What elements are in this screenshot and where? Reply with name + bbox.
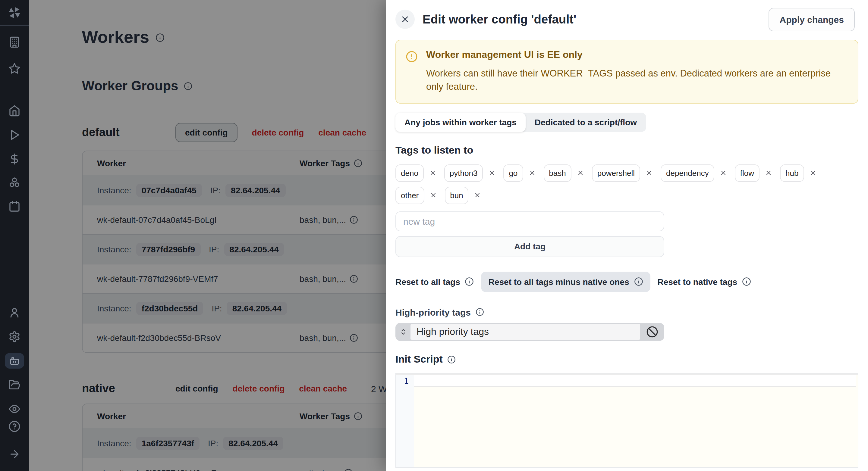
sidebar xyxy=(0,0,29,471)
sidebar-item-schedules[interactable] xyxy=(5,199,24,215)
editor-line-number: 1 xyxy=(396,375,414,467)
warning-title: Worker management UI is EE only xyxy=(426,49,848,60)
info-icon[interactable] xyxy=(634,277,643,287)
high-priority-placeholder[interactable]: High priority tags xyxy=(410,324,640,340)
tag-chip-group: bash xyxy=(544,164,584,182)
tags-heading: Tags to listen to xyxy=(396,144,473,157)
tag-chip: hub xyxy=(780,164,804,182)
tag-chip-group: hub xyxy=(780,164,816,182)
tag-chip: python3 xyxy=(444,164,483,182)
drawer-title: Edit worker config 'default' xyxy=(423,12,769,26)
editor-current-line[interactable] xyxy=(414,375,856,387)
tag-chip-group: bun xyxy=(444,187,481,204)
sidebar-item-help[interactable] xyxy=(5,417,24,436)
apply-changes-button[interactable]: Apply changes xyxy=(769,7,855,31)
edit-worker-config-drawer: Edit worker config 'default' Apply chang… xyxy=(386,0,868,471)
info-icon[interactable] xyxy=(742,277,751,287)
warning-body: Workers can still have their WORKER_TAGS… xyxy=(426,67,848,94)
remove-tag-button[interactable] xyxy=(474,192,481,199)
add-tag-button[interactable]: Add tag xyxy=(396,236,664,257)
sidebar-item-favorites[interactable] xyxy=(5,61,24,76)
tag-chip: powershell xyxy=(592,164,640,182)
worker-mode-tabs: Any jobs within worker tags Dedicated to… xyxy=(396,113,646,132)
tag-chip-group: go xyxy=(503,164,535,182)
reset-all-tags-button[interactable]: Reset to all tags xyxy=(396,277,474,287)
init-script-editor[interactable]: 1 xyxy=(396,373,858,468)
sidebar-item-workspace[interactable] xyxy=(5,34,24,50)
drawer-backdrop[interactable] xyxy=(29,0,386,471)
high-priority-multiselect[interactable]: High priority tags xyxy=(396,323,664,341)
init-script-heading: Init Script xyxy=(396,354,443,366)
sidebar-item-variables[interactable] xyxy=(5,151,24,167)
info-icon[interactable] xyxy=(465,277,474,287)
sidebar-item-workers[interactable] xyxy=(5,353,24,369)
tab-any-jobs[interactable]: Any jobs within worker tags xyxy=(396,113,526,132)
sidebar-item-settings[interactable] xyxy=(5,329,24,345)
remove-tag-button[interactable] xyxy=(765,170,772,177)
info-icon[interactable] xyxy=(447,356,456,364)
remove-tag-button[interactable] xyxy=(720,170,727,177)
remove-tag-button[interactable] xyxy=(577,170,584,177)
tab-dedicated[interactable]: Dedicated to a script/flow xyxy=(526,113,646,132)
tag-chip-group: powershell xyxy=(592,164,653,182)
reset-minus-native-button[interactable]: Reset to all tags minus native ones xyxy=(481,272,650,292)
ee-only-warning: Worker management UI is EE only Workers … xyxy=(396,40,858,104)
tag-chip-group: python3 xyxy=(444,164,496,182)
tag-chip: bun xyxy=(444,187,468,204)
remove-tag-button[interactable] xyxy=(646,170,653,177)
remove-tag-button[interactable] xyxy=(488,170,495,177)
chevrons-up-down-icon xyxy=(400,328,407,335)
tags-list: deno python3 go bash powershell dependen… xyxy=(396,164,858,204)
alert-circle-icon xyxy=(406,51,418,94)
sidebar-collapse-button[interactable] xyxy=(5,444,24,464)
tag-chip: other xyxy=(396,187,424,204)
tag-chip: dependency xyxy=(661,164,714,182)
high-priority-label: High-priority tags xyxy=(396,307,471,317)
reset-native-tags-button[interactable]: Reset to native tags xyxy=(658,277,751,287)
remove-tag-button[interactable] xyxy=(528,170,535,177)
sidebar-item-users[interactable] xyxy=(5,305,24,321)
sidebar-item-resources[interactable] xyxy=(5,175,24,191)
new-tag-input[interactable] xyxy=(396,211,664,231)
tag-chip: go xyxy=(503,164,523,182)
remove-tag-button[interactable] xyxy=(429,170,436,177)
tag-chip: flow xyxy=(735,164,760,182)
windmill-logo-icon[interactable] xyxy=(8,6,21,19)
remove-tag-button[interactable] xyxy=(809,170,816,177)
tag-chip-group: deno xyxy=(396,164,436,182)
tag-chip-group: flow xyxy=(735,164,772,182)
tag-chip-group: dependency xyxy=(661,164,727,182)
sidebar-item-runs[interactable] xyxy=(5,127,24,142)
sidebar-item-audit-logs[interactable] xyxy=(5,401,24,417)
remove-tag-button[interactable] xyxy=(430,192,437,199)
sidebar-item-folders[interactable] xyxy=(5,377,24,393)
info-icon[interactable] xyxy=(475,308,484,316)
clear-disabled-icon[interactable] xyxy=(646,326,658,338)
reset-buttons-row: Reset to all tags Reset to all tags minu… xyxy=(396,272,858,292)
sidebar-item-home[interactable] xyxy=(5,103,24,119)
tag-chip: bash xyxy=(544,164,571,182)
sidebar-divider xyxy=(0,25,29,26)
close-drawer-button[interactable] xyxy=(396,10,415,29)
tag-chip-group: other xyxy=(396,187,437,204)
tag-chip: deno xyxy=(396,164,424,182)
